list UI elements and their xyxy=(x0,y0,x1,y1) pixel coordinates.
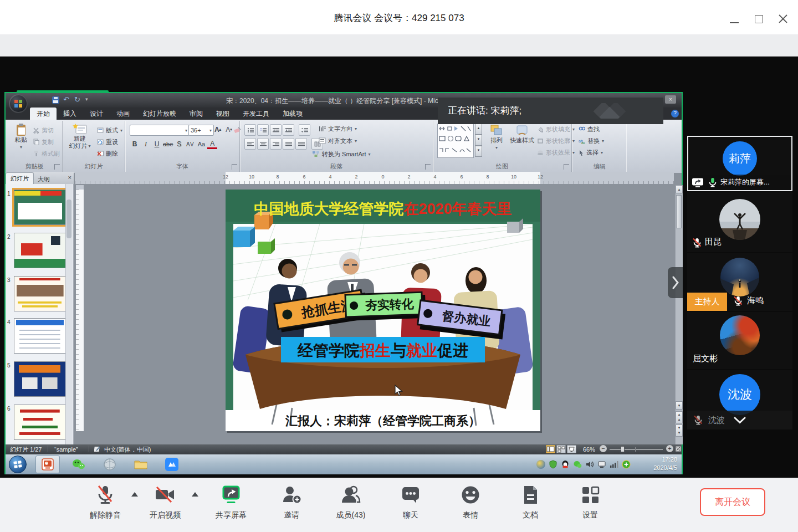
svg-text:经管学院招生与就业促进: 经管学院招生与就业促进 xyxy=(297,342,468,359)
new-slide-button: 新建 幻灯片▾ xyxy=(66,123,94,150)
unmute-button[interactable]: 解除静音 xyxy=(75,484,136,520)
status-slide-number: 幻灯片 1/27 xyxy=(10,446,42,453)
ppt-tab-slideshow: 幻灯片放映 xyxy=(136,108,183,120)
shape-fill-icon xyxy=(537,126,544,132)
italic-button: I xyxy=(141,139,151,149)
increase-indent-button xyxy=(283,124,294,136)
participant-name: 海鸣 xyxy=(747,295,764,306)
align-right-button xyxy=(270,138,282,150)
shape-fill-button: 形状填充▾ xyxy=(537,124,575,134)
leave-meeting-button[interactable]: 离开会议 xyxy=(700,488,765,516)
align-center-button xyxy=(257,138,269,150)
ruler-number: 12 xyxy=(536,174,544,180)
windows-taskbar: 17:28 2020/4/5 xyxy=(6,454,682,474)
participant-tile-songliping[interactable]: 莉萍 宋莉萍的屏幕... xyxy=(687,136,792,191)
drawing-group-label: 绘图 xyxy=(433,162,571,171)
participant-tile-shenbo[interactable]: 沈波 沈波 xyxy=(687,370,792,429)
status-language: 中文(简体，中国) xyxy=(104,446,151,453)
change-case-button: Aa xyxy=(196,139,206,149)
settings-button[interactable]: 设置 xyxy=(560,484,621,520)
bullets-button xyxy=(244,124,256,136)
replace-icon: abac xyxy=(579,138,585,144)
share-screen-button[interactable]: 共享屏幕 xyxy=(201,484,262,520)
clock-time: 17:28 xyxy=(638,456,677,464)
line-spacing-button xyxy=(299,124,310,136)
find-icon xyxy=(579,126,585,132)
members-button[interactable]: 成员(43) xyxy=(320,484,381,520)
convert-smartart-button: 转换为 SmartArt▾ xyxy=(312,149,370,159)
tray-wechat-icon xyxy=(573,460,582,469)
participant-tile-haiming[interactable]: 主持人 海鸣 xyxy=(687,253,792,311)
chat-label: 聊天 xyxy=(403,510,418,520)
chevron-down-icon[interactable] xyxy=(733,416,747,424)
ruler-number: 6 xyxy=(300,174,308,180)
align-text-icon xyxy=(319,137,326,144)
qat-dropdown-icon: ▾ xyxy=(85,96,88,102)
taskbar-browser-icon xyxy=(98,456,122,473)
participant-tile-quwenbin[interactable]: 屈文彬 xyxy=(687,312,792,369)
shape-effects-button: 形状效果▾ xyxy=(537,147,575,157)
quick-styles-icon xyxy=(515,124,529,137)
font-size-combo: 36+▾ xyxy=(188,125,214,136)
avatar-photo-figure xyxy=(719,199,760,240)
delete-slide-button: 删除 xyxy=(97,149,118,158)
tray-qq-icon xyxy=(561,460,570,469)
meeting-topbar: 02:32:56 xyxy=(0,34,798,57)
zoom-out-icon: − xyxy=(600,445,607,452)
chevron-right-icon xyxy=(671,273,680,293)
screen-share-icon xyxy=(692,177,704,187)
participant-tile-tiankun[interactable]: 田昆 xyxy=(687,192,792,252)
office-button xyxy=(9,94,28,113)
window-title: 腾讯会议 会议号：429 215 073 xyxy=(0,12,798,24)
mic-muted-icon xyxy=(692,237,703,248)
start-video-button[interactable]: 开启视频 xyxy=(135,484,196,520)
help-icon: ? xyxy=(671,110,679,117)
scroll-up-icon: ▴ xyxy=(676,185,683,193)
chat-button[interactable]: 聊天 xyxy=(380,484,441,520)
ppt-ribbon: 粘贴▾ 剪切 复制 格式刷 剪贴板 xyxy=(6,120,682,173)
ppt-statusbar: 幻灯片 1/27 “sample” 中文(简体，中国) 66% − + xyxy=(6,444,682,454)
cut-icon xyxy=(33,127,39,134)
thumb-number: 5 xyxy=(7,362,11,369)
window-titlebar: 腾讯会议 会议号：429 215 073 xyxy=(0,0,798,34)
paragraph-group-label: 段落 xyxy=(240,162,433,171)
participant-name: 田昆 xyxy=(705,237,722,247)
invite-button[interactable]: 邀请 xyxy=(261,484,322,520)
normal-view-button xyxy=(546,445,555,453)
share-screen-label: 共享屏幕 xyxy=(216,510,247,520)
camera-options-arrow[interactable] xyxy=(192,492,198,497)
mouse-cursor xyxy=(395,385,403,397)
slide-presenter: 汇报人：宋莉萍（经管学院工商系） xyxy=(285,414,480,428)
underline-button: U xyxy=(152,139,162,149)
find-button: 查找 xyxy=(579,124,600,134)
text-direction-icon xyxy=(319,125,326,132)
chat-icon xyxy=(400,484,421,505)
participant-name: 宋莉萍的屏幕... xyxy=(720,177,770,187)
video-panel-expand-button[interactable] xyxy=(668,267,683,298)
shapes-scrollbar: ▴ ▾ ▾ xyxy=(475,124,482,157)
ppt-tab-addins: 加载项 xyxy=(276,108,309,120)
maximize-icon[interactable] xyxy=(755,15,763,23)
taskbar-wechat-icon xyxy=(66,456,91,473)
justify-button xyxy=(283,138,294,150)
font-group-label: 字体 xyxy=(125,162,239,171)
speaking-banner: 正在讲话: 宋莉萍; xyxy=(438,98,663,124)
ruler-number: 2 xyxy=(405,174,413,180)
shape-outline-icon xyxy=(537,138,544,144)
next-slide-button: ▾▾ xyxy=(676,424,683,437)
editing-group-label: 编辑 xyxy=(573,162,626,171)
ruler-number: 12 xyxy=(222,174,229,180)
slide-thumbnail-3 xyxy=(14,276,66,311)
align-left-button xyxy=(244,138,256,150)
docs-button[interactable]: 文档 xyxy=(500,484,561,520)
redo-icon: ↻ xyxy=(74,95,80,104)
slide-sorter-view-button xyxy=(556,445,566,453)
fit-to-window-icon xyxy=(675,446,682,453)
slide-thumbnail-panel: 1 2 3 4 5 6 xyxy=(6,184,74,444)
invite-label: 邀请 xyxy=(284,510,299,520)
taskbar-powerpoint-icon xyxy=(35,456,60,473)
emoji-button[interactable]: 表情 xyxy=(440,484,501,520)
reset-icon xyxy=(97,139,104,145)
close-icon[interactable] xyxy=(779,14,787,23)
minimize-icon[interactable] xyxy=(730,22,739,23)
